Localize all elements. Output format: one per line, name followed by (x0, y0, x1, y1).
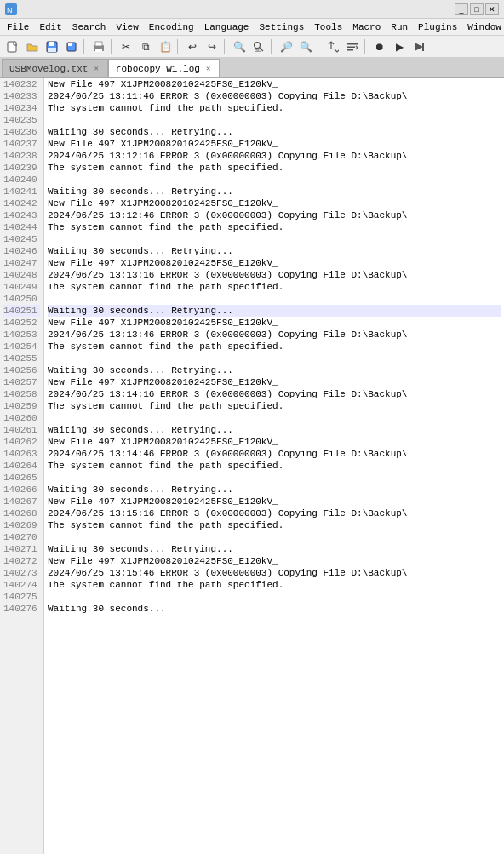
minimize-button[interactable]: _ (455, 3, 468, 15)
menu-item-search[interactable]: Search (67, 21, 112, 33)
redo-button[interactable]: ↪ (203, 38, 221, 55)
line-number: 140260 (3, 412, 40, 424)
line-content (48, 412, 501, 424)
save-all-button[interactable] (62, 38, 81, 55)
line-number: 140238 (3, 150, 40, 162)
zoom-out-button[interactable]: 🔍 (296, 38, 315, 55)
app-icon: N (5, 3, 17, 15)
line-content: New File 497 X1JPM200820102425FS0_E120kV… (48, 555, 501, 567)
line-number: 140259 (3, 400, 40, 412)
find-replace-button[interactable]: ab (249, 38, 268, 55)
tab-close-icon[interactable]: ✕ (92, 63, 100, 74)
line-number: 140254 (3, 341, 40, 352)
wrap-button[interactable] (343, 38, 362, 55)
menu-item-file[interactable]: File (2, 21, 34, 33)
menu-item-run[interactable]: Run (386, 21, 413, 33)
open-button[interactable] (23, 38, 42, 55)
line-content (48, 531, 501, 543)
line-number: 140261 (3, 424, 40, 436)
sync-scroll-button[interactable] (324, 38, 342, 55)
copy-button[interactable]: ⧉ (136, 38, 155, 55)
tab-close-icon[interactable]: ✕ (204, 63, 212, 74)
cut-button[interactable]: ✂ (117, 38, 135, 55)
line-number: 140258 (3, 388, 40, 400)
menu-item-macro[interactable]: Macro (347, 21, 386, 33)
macro-record-button[interactable]: ⏺ (370, 38, 389, 55)
menu-item-settings[interactable]: Settings (254, 21, 309, 33)
svg-rect-16 (347, 49, 353, 51)
svg-rect-15 (347, 46, 355, 48)
menu-item-tools[interactable]: Tools (309, 21, 347, 33)
line-number: 140244 (3, 221, 40, 233)
menu-item-language[interactable]: Language (199, 21, 255, 33)
svg-marker-17 (415, 43, 423, 51)
macro-play-button[interactable]: ▶ (390, 38, 409, 55)
line-number: 140275 (3, 591, 40, 603)
svg-rect-2 (8, 42, 16, 52)
close-button[interactable]: ✕ (485, 3, 499, 15)
line-number: 140265 (3, 472, 40, 484)
menu-item-edit[interactable]: Edit (34, 21, 66, 33)
line-content: New File 497 X1JPM200820102425FS0_E120kV… (48, 317, 501, 329)
line-content (48, 352, 501, 364)
line-content (48, 114, 501, 126)
svg-rect-5 (48, 48, 56, 52)
menu-item-view[interactable]: View (111, 21, 143, 33)
line-number: 140232 (3, 78, 40, 90)
line-number: 140264 (3, 460, 40, 472)
line-content: The system cannot find the path specifie… (48, 519, 501, 531)
line-content: The system cannot find the path specifie… (48, 460, 501, 472)
line-content: New File 497 X1JPM200820102425FS0_E120kV… (48, 198, 501, 209)
line-number: 140271 (3, 543, 40, 555)
line-number: 140240 (3, 174, 40, 186)
maximize-button[interactable]: □ (470, 3, 484, 15)
line-number: 140273 (3, 567, 40, 579)
line-content: 2024/06/25 13:14:16 ERROR 3 (0x00000003)… (48, 388, 501, 400)
new-button[interactable] (3, 38, 22, 55)
line-content: Waiting 30 seconds... Retrying... (48, 245, 501, 257)
line-content (48, 472, 501, 484)
line-content: New File 497 X1JPM200820102425FS0_E120kV… (48, 376, 501, 388)
line-content: Waiting 30 seconds... Retrying... (48, 484, 501, 496)
line-content: Waiting 30 seconds... Retrying... (48, 186, 501, 198)
save-button[interactable] (43, 38, 61, 55)
svg-rect-18 (422, 43, 424, 51)
line-number: 140237 (3, 138, 40, 150)
tab-label: USBMovelog.txt (9, 64, 88, 74)
line-number: 140276 (3, 603, 40, 615)
line-number: 140242 (3, 198, 40, 209)
line-number: 140268 (3, 507, 40, 519)
line-number: 140266 (3, 484, 40, 496)
line-content: The system cannot find the path specifie… (48, 341, 501, 352)
svg-rect-4 (49, 42, 54, 46)
line-number: 140235 (3, 114, 40, 126)
line-content: Waiting 30 seconds... Retrying... (48, 543, 501, 555)
menu-item-window[interactable]: Window (462, 21, 504, 33)
line-number: 140274 (3, 579, 40, 591)
tab-usbmovelog-txt[interactable]: USBMovelog.txt✕ (2, 59, 108, 77)
line-content: 2024/06/25 13:14:46 ERROR 3 (0x00000003)… (48, 448, 501, 460)
tab-robocopy-w1-log[interactable]: robocopy_W1.log✕ (108, 59, 220, 77)
paste-button[interactable]: 📋 (156, 38, 175, 55)
menu-item-plugins[interactable]: Plugins (413, 21, 462, 33)
macro-save-button[interactable] (410, 38, 428, 55)
line-content: Waiting 30 seconds... Retrying... (48, 126, 501, 138)
line-content (48, 174, 501, 186)
line-content: New File 497 X1JPM200820102425FS0_E120kV… (48, 436, 501, 448)
line-number: 140269 (3, 519, 40, 531)
toolbar-separator-4 (224, 39, 227, 54)
find-button[interactable]: 🔍 (230, 38, 249, 55)
toolbar-separator-6 (318, 39, 321, 54)
zoom-in-button[interactable]: 🔎 (277, 38, 295, 55)
line-content: The system cannot find the path specifie… (48, 579, 501, 591)
print-button[interactable] (89, 38, 108, 55)
line-number: 140262 (3, 436, 40, 448)
menu-item-encoding[interactable]: Encoding (144, 21, 199, 33)
line-number: 140270 (3, 531, 40, 543)
toolbar: ✂ ⧉ 📋 ↩ ↪ 🔍 ab 🔎 🔍 ⏺ ▶ (0, 36, 504, 58)
line-content: Waiting 30 seconds... Retrying... (48, 364, 501, 376)
undo-button[interactable]: ↩ (183, 38, 202, 55)
line-number: 140256 (3, 364, 40, 376)
line-number: 140249 (3, 281, 40, 293)
line-number: 140255 (3, 352, 40, 364)
